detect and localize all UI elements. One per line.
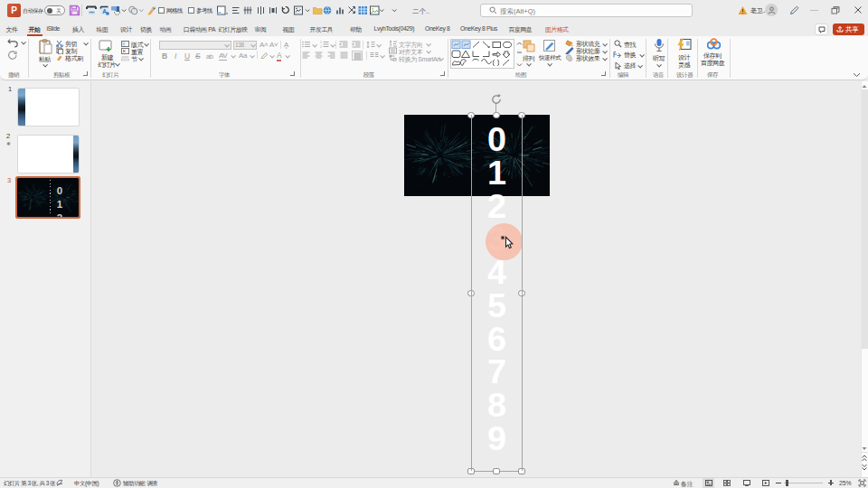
svg-text:1: 1 xyxy=(320,41,322,44)
svg-text:2: 2 xyxy=(320,45,322,49)
svg-text:A: A xyxy=(102,8,107,14)
